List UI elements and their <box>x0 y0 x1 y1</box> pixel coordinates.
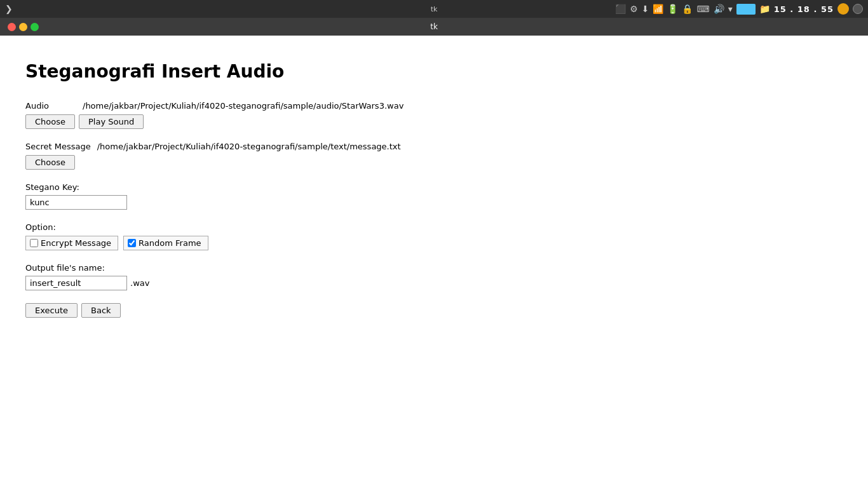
action-row: Execute Back <box>25 303 843 318</box>
close-dot[interactable] <box>8 23 16 31</box>
output-label: Output file's name: <box>25 263 843 273</box>
output-row: .wav <box>25 276 843 290</box>
window-controls <box>5 23 39 31</box>
lock-icon[interactable]: 🔒 <box>682 4 693 14</box>
secret-choose-button[interactable]: Choose <box>25 155 75 170</box>
keyboard-icon[interactable]: ⌨ <box>696 4 709 14</box>
random-frame-option[interactable]: Random Frame <box>123 236 208 250</box>
back-button[interactable]: Back <box>81 303 121 318</box>
tray-badge <box>736 4 756 15</box>
main-content: Steganografi Insert Audio Audio /home/ja… <box>0 36 868 488</box>
random-frame-label: Random Frame <box>139 238 201 248</box>
window-title: tk <box>430 22 438 31</box>
user-avatar[interactable] <box>837 3 849 15</box>
audio-section: Audio /home/jakbar/Project/Kuliah/if4020… <box>25 101 843 129</box>
execute-button[interactable]: Execute <box>25 303 78 318</box>
battery-icon[interactable]: 🔋 <box>667 4 678 14</box>
folder-icon[interactable]: 📁 <box>759 4 770 14</box>
secret-path: /home/jakbar/Project/Kuliah/if4020-stega… <box>97 142 401 151</box>
audio-label: Audio <box>25 101 76 111</box>
option-row: Encrypt Message Random Frame <box>25 236 843 250</box>
audio-path: /home/jakbar/Project/Kuliah/if4020-stega… <box>83 101 403 111</box>
stegano-key-label: Stegano Key: <box>25 182 843 192</box>
page-title: Steganografi Insert Audio <box>25 61 843 82</box>
secret-row: Secret Message /home/jakbar/Project/Kuli… <box>25 142 843 151</box>
output-filename-input[interactable] <box>25 276 127 290</box>
stegano-key-input[interactable] <box>25 195 127 210</box>
globe-icon[interactable] <box>853 4 863 14</box>
minimize-dot[interactable] <box>19 23 27 31</box>
secret-label: Secret Message <box>25 142 91 151</box>
encrypt-checkbox[interactable] <box>30 239 38 247</box>
system-bar-center: tk <box>431 5 438 13</box>
option-section: Option: Encrypt Message Random Frame <box>25 222 843 250</box>
download-icon[interactable]: ⬇ <box>642 4 649 14</box>
audio-row: Audio /home/jakbar/Project/Kuliah/if4020… <box>25 101 843 111</box>
system-bar-right: ⬛ ⚙ ⬇ 📶 🔋 🔒 ⌨ 🔊 ▾ 📁 15 . 18 . 55 <box>615 3 863 15</box>
secret-section: Secret Message /home/jakbar/Project/Kuli… <box>25 142 843 170</box>
random-frame-checkbox[interactable] <box>128 239 136 247</box>
output-suffix: .wav <box>130 278 149 288</box>
secret-buttons: Choose <box>25 155 843 170</box>
window-dots <box>8 23 39 31</box>
chevron-down-icon[interactable]: ▾ <box>728 4 733 14</box>
audio-buttons: Choose Play Sound <box>25 114 843 129</box>
wifi-icon[interactable]: 📶 <box>653 4 663 14</box>
settings-cog-icon[interactable]: ⚙ <box>630 4 638 14</box>
encrypt-option[interactable]: Encrypt Message <box>25 236 118 250</box>
output-section: Output file's name: .wav <box>25 263 843 290</box>
window-title-center: tk <box>431 5 438 13</box>
audio-choose-button[interactable]: Choose <box>25 114 75 129</box>
clock: 15 . 18 . 55 <box>774 4 834 14</box>
play-sound-button[interactable]: Play Sound <box>79 114 144 129</box>
option-label: Option: <box>25 222 843 232</box>
maximize-dot[interactable] <box>31 23 39 31</box>
stegano-key-section: Stegano Key: <box>25 182 843 210</box>
facetime-icon[interactable]: ⬛ <box>615 4 626 14</box>
apps-icon[interactable]: ❯ <box>5 4 13 14</box>
title-bar: tk <box>0 18 868 36</box>
volume-icon[interactable]: 🔊 <box>714 4 724 14</box>
system-bar-left: ❯ <box>5 4 13 14</box>
system-bar: ❯ tk ⬛ ⚙ ⬇ 📶 🔋 🔒 ⌨ 🔊 ▾ 📁 15 . 18 . 55 <box>0 0 868 18</box>
encrypt-label: Encrypt Message <box>41 238 111 248</box>
